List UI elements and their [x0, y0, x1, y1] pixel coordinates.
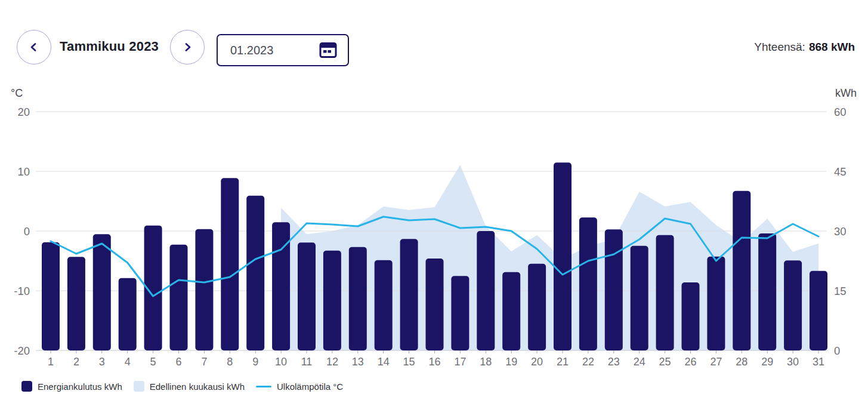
bar-day-8[interactable] — [221, 178, 239, 350]
bar-day-30[interactable] — [784, 260, 802, 350]
x-axis-day-label: 11 — [301, 356, 313, 368]
left-axis-tick-label: 20 — [17, 106, 30, 118]
bar-day-20[interactable] — [528, 264, 546, 350]
bar-day-11[interactable] — [298, 242, 316, 350]
line-swatch-icon — [256, 386, 271, 387]
x-axis-day-label: 13 — [352, 356, 364, 368]
x-axis-day-label: 10 — [275, 356, 287, 368]
x-axis-day-label: 31 — [813, 356, 824, 368]
bar-day-14[interactable] — [375, 260, 393, 350]
x-axis-day-label: 7 — [201, 356, 207, 368]
x-axis-day-label: 1 — [48, 356, 54, 368]
x-axis-day-label: 29 — [761, 356, 773, 368]
left-axis-tick-label: 0 — [24, 225, 30, 238]
chart-legend: Energiankulutus kWh Edellinen kuukausi k… — [21, 381, 354, 392]
x-axis-day-label: 12 — [326, 356, 338, 368]
bar-day-17[interactable] — [451, 276, 469, 350]
x-axis-day-label: 18 — [480, 356, 492, 368]
bar-day-27[interactable] — [707, 257, 725, 350]
x-axis-day-label: 3 — [99, 356, 105, 368]
legend-label: Energiankulutus kWh — [38, 382, 122, 392]
bar-day-22[interactable] — [579, 217, 597, 350]
bar-day-29[interactable] — [758, 233, 776, 350]
bar-day-31[interactable] — [810, 271, 827, 350]
legend-item-consumption[interactable]: Energiankulutus kWh — [21, 381, 122, 392]
bar-day-18[interactable] — [477, 231, 495, 350]
right-axis-tick-label: 0 — [834, 344, 840, 357]
x-axis-day-label: 25 — [659, 356, 671, 368]
legend-label: Edellinen kuukausi kWh — [150, 382, 245, 392]
bar-day-21[interactable] — [554, 162, 572, 350]
x-axis-day-label: 15 — [403, 356, 415, 368]
bar-day-24[interactable] — [631, 246, 648, 350]
left-axis-tick-label: -20 — [14, 344, 30, 357]
bar-swatch-icon — [21, 381, 32, 392]
x-axis-day-label: 23 — [608, 356, 620, 368]
legend-item-previous-month[interactable]: Edellinen kuukausi kWh — [134, 381, 245, 392]
x-axis-day-label: 20 — [531, 356, 543, 368]
x-axis-day-label: 19 — [505, 356, 517, 368]
x-axis-day-label: 21 — [557, 356, 569, 368]
bar-day-12[interactable] — [323, 251, 341, 350]
x-axis-day-label: 24 — [634, 356, 645, 368]
bar-day-9[interactable] — [246, 196, 264, 350]
x-axis-day-label: 30 — [787, 356, 799, 368]
x-axis-day-label: 22 — [582, 356, 594, 368]
x-axis-day-label: 6 — [175, 356, 181, 368]
right-axis-tick-label: 60 — [834, 106, 847, 118]
x-axis-day-label: 16 — [428, 356, 440, 368]
legend-item-temperature[interactable]: Ulkolämpötila °C — [256, 382, 343, 392]
x-axis-day-label: 17 — [454, 356, 466, 368]
bar-day-6[interactable] — [170, 245, 188, 350]
bar-day-16[interactable] — [426, 259, 444, 350]
left-axis-tick-label: 10 — [17, 165, 30, 178]
x-axis-day-label: 14 — [378, 356, 390, 368]
bar-day-26[interactable] — [682, 282, 700, 350]
right-axis-tick-label: 30 — [834, 225, 847, 238]
bar-day-1[interactable] — [42, 242, 60, 350]
x-axis-day-label: 9 — [252, 356, 258, 368]
area-swatch-icon — [134, 381, 144, 392]
left-axis-tick-label: -10 — [14, 285, 30, 297]
legend-label: Ulkolämpötila °C — [277, 382, 343, 392]
bar-day-4[interactable] — [119, 278, 137, 350]
consumption-chart: 20100-10-2060453015012345678910111213141… — [0, 0, 868, 403]
right-axis-tick-label: 45 — [834, 165, 847, 178]
bar-day-10[interactable] — [272, 222, 290, 350]
bar-day-15[interactable] — [400, 239, 418, 350]
x-axis-day-label: 2 — [73, 356, 79, 368]
right-axis-tick-label: 15 — [834, 285, 847, 297]
bar-day-2[interactable] — [67, 257, 85, 350]
bar-day-13[interactable] — [349, 247, 367, 350]
bar-day-7[interactable] — [195, 229, 213, 350]
x-axis-day-label: 8 — [227, 356, 233, 368]
x-axis-day-label: 27 — [710, 356, 722, 368]
bar-day-19[interactable] — [502, 272, 520, 350]
x-axis-day-label: 4 — [125, 356, 131, 368]
x-axis-day-label: 26 — [684, 356, 696, 368]
bar-day-3[interactable] — [93, 234, 111, 350]
bar-day-28[interactable] — [733, 191, 750, 350]
bar-day-23[interactable] — [605, 229, 623, 350]
bar-day-25[interactable] — [656, 235, 674, 350]
x-axis-day-label: 5 — [150, 356, 156, 368]
energy-dashboard: Tammikuu 2023 01.2023 Yhteensä:868 kWh °… — [0, 0, 868, 403]
x-axis-day-label: 28 — [736, 356, 747, 368]
